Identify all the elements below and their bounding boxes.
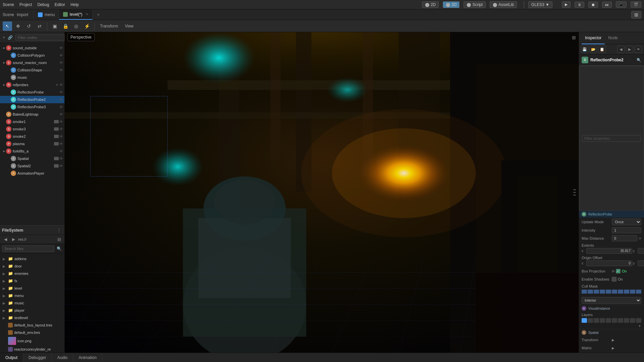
layer-cell-3[interactable]: [594, 318, 599, 323]
renderer-button[interactable]: GLES3 ▼: [528, 1, 552, 8]
tree-item-plasma[interactable]: P plasma 👁: [0, 140, 64, 147]
add-node-button[interactable]: +: [3, 34, 5, 41]
fs-arrow-fx[interactable]: ▶: [3, 279, 7, 283]
cull-cell-5[interactable]: [606, 290, 611, 294]
mode-script-button[interactable]: ⬤ Script: [464, 1, 486, 8]
fs-arrow-testlevel[interactable]: ▶: [3, 316, 7, 320]
fs-item-icon[interactable]: ▶ icon.png: [0, 336, 64, 346]
tab-add-button[interactable]: +: [93, 9, 104, 20]
insp-origin-y[interactable]: [638, 260, 644, 266]
insp-box-proj-checkbox[interactable]: ✓: [616, 269, 621, 274]
tab-import[interactable]: Import: [17, 12, 28, 17]
tree-visibility-rp1[interactable]: 👁: [59, 90, 63, 94]
cull-cell-3[interactable]: [594, 290, 599, 294]
fs-options-button[interactable]: ⋮: [56, 227, 62, 234]
transform-label[interactable]: Transform: [97, 24, 121, 28]
step-button[interactable]: ⏭: [602, 2, 612, 8]
layer-cell-9[interactable]: [630, 318, 635, 323]
tab-menu[interactable]: menu: [34, 9, 59, 20]
insp-prev-button[interactable]: ◀: [617, 46, 625, 53]
fs-arrow-menu[interactable]: ▶: [3, 294, 7, 298]
lock-tool[interactable]: 🔒: [61, 21, 70, 31]
cull-cell-1[interactable]: [582, 290, 587, 294]
tree-visibility-rp2[interactable]: 👁: [59, 98, 63, 102]
scale-tool[interactable]: ⇄: [35, 21, 44, 31]
cull-cell-9[interactable]: [630, 290, 635, 294]
cull-cell-7[interactable]: [618, 290, 623, 294]
fs-item-enemies[interactable]: ▶ 📁 enemies: [0, 270, 64, 277]
tree-item-anim-player[interactable]: A AnimationPlayer: [0, 170, 64, 177]
insp-max-dist-reset[interactable]: ⟳: [639, 237, 641, 240]
tree-arrow-forklifts[interactable]: ▾: [1, 149, 6, 154]
insp-extents-x[interactable]: [586, 248, 632, 254]
tree-item-smoke1[interactable]: S smoke1 👁: [0, 118, 64, 125]
tree-item-spatial1[interactable]: S Spatial 👁: [0, 155, 64, 162]
tree-item-smoke3[interactable]: S smoke3 👁: [0, 125, 64, 133]
fs-arrow-addons[interactable]: ▶: [3, 257, 7, 261]
fs-item-testlevel[interactable]: ▶ 📁 testlevel: [0, 314, 64, 321]
more-tool[interactable]: ⚡: [82, 21, 92, 31]
fs-item-level[interactable]: ▶ 📁 level: [0, 285, 64, 292]
cull-cell-2[interactable]: [588, 290, 593, 294]
tree-item-sound-outside[interactable]: ▾ S sound_outside 👁: [0, 44, 64, 52]
tree-visibility-spatial2[interactable]: 👁: [59, 164, 63, 168]
layer-cell-4[interactable]: [600, 318, 605, 323]
tab-level-close[interactable]: ✕: [86, 12, 88, 16]
insp-shadows-checkbox[interactable]: [612, 277, 616, 282]
debug-options-button[interactable]: 🎬: [631, 1, 641, 8]
viewport[interactable]: Perspective: [65, 32, 579, 353]
tab-level[interactable]: level(*) ✕: [59, 9, 93, 20]
instance-button[interactable]: 🔗: [8, 34, 13, 41]
debug-deploy-button[interactable]: 📱: [616, 1, 627, 8]
fs-arrow-player[interactable]: ▶: [3, 309, 7, 312]
cull-cell-4[interactable]: [600, 290, 605, 294]
bottom-tab-output[interactable]: Output: [0, 353, 23, 362]
filter-nodes-input[interactable]: [15, 35, 66, 41]
tree-item-rp3[interactable]: R ReflectionProbe3 👁: [0, 103, 64, 111]
bottom-tab-animation[interactable]: Animation: [73, 353, 102, 362]
layout-button[interactable]: ⊞: [631, 11, 641, 18]
tree-arrow-sound-reactor[interactable]: ▾: [1, 60, 6, 65]
tree-item-collision-shape[interactable]: C CollisionShape 👁: [0, 66, 64, 74]
pause-button[interactable]: ⏸: [575, 2, 584, 8]
fs-forward-button[interactable]: ▶: [10, 236, 17, 243]
insp-filter-input[interactable]: [582, 135, 641, 142]
move-tool[interactable]: ✥: [13, 21, 23, 31]
fs-item-music[interactable]: ▶ 📁 music: [0, 299, 64, 307]
tree-arrow-refprobes[interactable]: ▾: [1, 82, 6, 87]
insp-section-spatial[interactable]: S Spatial: [579, 329, 644, 336]
insp-origin-x[interactable]: [586, 260, 632, 266]
tree-item-refprobes[interactable]: ▾ R refprobes ▾ 👁: [0, 81, 64, 88]
play-button[interactable]: ▶: [562, 1, 571, 8]
cull-cell-10[interactable]: [636, 290, 641, 294]
tree-visibility-smoke2[interactable]: 👁: [59, 134, 63, 138]
layer-cell-2[interactable]: [588, 318, 593, 323]
fs-back-button[interactable]: ◀: [2, 236, 9, 243]
cull-cell-8[interactable]: [624, 290, 629, 294]
insp-layers-expand[interactable]: ▼: [638, 324, 641, 328]
tree-visibility-plasma[interactable]: 👁: [59, 142, 63, 146]
fs-item-menu[interactable]: ▶ 📁 menu: [0, 292, 64, 299]
mode-2d-button[interactable]: ⬤ 2D: [422, 1, 439, 8]
view-label[interactable]: View: [122, 24, 136, 28]
select-tool[interactable]: ↖: [3, 21, 12, 31]
cull-cell-6[interactable]: [612, 290, 617, 294]
menu-project[interactable]: Project: [19, 2, 32, 7]
expand-viewport-button[interactable]: ⊞: [572, 35, 576, 40]
insp-input-max-distance[interactable]: [612, 235, 637, 241]
fs-item-bus-layout[interactable]: ▶ default_bus_layout.tres: [0, 321, 64, 329]
insp-select-interior[interactable]: Interior Exterior: [582, 297, 641, 304]
tree-item-rp2[interactable]: R ReflectionProbe2 👁: [0, 96, 64, 103]
tree-item-sound-reactor[interactable]: ▾ S sound_reactor_room 👁: [0, 59, 64, 66]
fs-arrow-door[interactable]: ▶: [3, 264, 7, 268]
snap-tool[interactable]: ▣: [50, 21, 59, 31]
fs-item-addons[interactable]: ▶ 📁 addons: [0, 255, 64, 262]
insp-section-visual-instance[interactable]: V VisualInstance: [579, 305, 644, 312]
tab-node[interactable]: Node: [605, 32, 621, 44]
tree-item-collision-polygon[interactable]: C CollisionPolygon 👁: [0, 52, 64, 59]
fs-item-fx[interactable]: ▶ 📁 fx: [0, 277, 64, 285]
tree-visibility-baked[interactable]: 👁: [59, 112, 63, 116]
tree-item-music[interactable]: M music: [0, 74, 64, 81]
grid-tool[interactable]: ◎: [71, 21, 81, 31]
fs-item-door[interactable]: ▶ 📁 door: [0, 262, 64, 270]
